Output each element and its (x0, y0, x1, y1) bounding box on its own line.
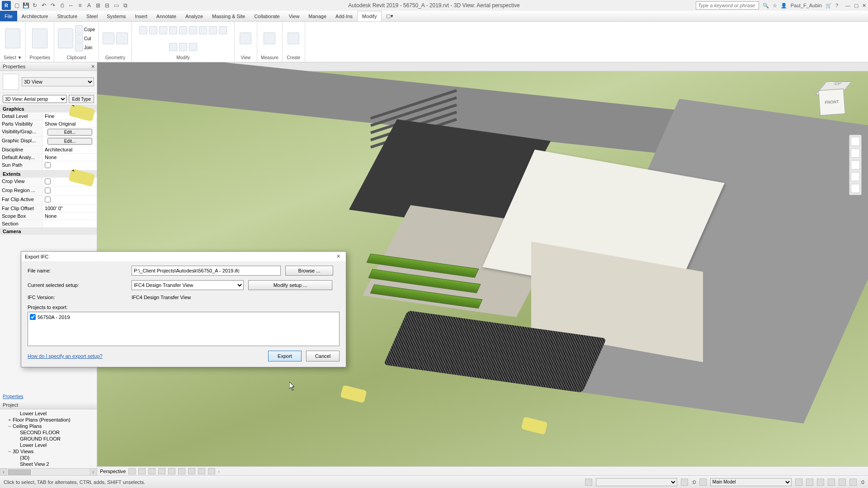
tab-steel[interactable]: Steel (82, 11, 102, 21)
setup-dropdown[interactable]: IFC4 Design Transfer View (132, 280, 244, 290)
measure-icon[interactable]: ↔ (67, 1, 75, 9)
filter-icon[interactable] (849, 479, 857, 486)
tree-node[interactable]: Lower Level (1, 442, 96, 448)
worksets-dropdown[interactable] (596, 478, 677, 486)
tree-node[interactable]: −Ceiling Plans (1, 423, 96, 429)
search-input[interactable] (696, 1, 759, 9)
user-name[interactable]: Paul_F_Aubin (791, 3, 822, 8)
signin-icon[interactable]: 👤 (781, 3, 787, 9)
close-icon[interactable]: ✕ (862, 3, 866, 9)
help-link[interactable]: How do I specify an export setup? (28, 353, 103, 359)
filename-input[interactable] (132, 266, 281, 276)
hide-icon[interactable] (188, 468, 195, 474)
tab-architecture[interactable]: Architecture (17, 11, 53, 21)
switch-icon[interactable]: ⧉ (121, 1, 129, 9)
project-browser-tree[interactable]: Lower Level +Floor Plans (Presentation) … (0, 409, 97, 468)
worksets-icon[interactable] (585, 479, 592, 486)
group-camera[interactable]: Camera (0, 228, 97, 235)
export-button[interactable]: Export (268, 351, 302, 361)
offset-icon[interactable] (209, 26, 217, 34)
orbit-icon[interactable] (851, 172, 860, 181)
cancel-button[interactable]: Cancel (306, 351, 340, 361)
designopt-icon[interactable] (699, 479, 707, 486)
group-graphics[interactable]: Graphics⌃ (0, 105, 97, 113)
tab-systems[interactable]: Systems (102, 11, 130, 21)
tab-massing[interactable]: Massing & Site (208, 11, 250, 21)
look-icon[interactable] (851, 184, 860, 193)
projects-list[interactable]: 56750A - 2019 (28, 312, 340, 346)
save-icon[interactable]: 💾 (22, 1, 30, 9)
mirror-icon[interactable] (199, 26, 207, 34)
modify-setup-button[interactable]: Modify setup ... (248, 280, 332, 290)
print-icon[interactable]: ⎙ (58, 1, 66, 9)
cut-icon[interactable] (75, 34, 83, 42)
tree-node[interactable]: +Floor Plans (Presentation) (1, 417, 96, 423)
tab-addins[interactable]: Add-Ins (331, 11, 357, 21)
wheel-icon[interactable] (851, 137, 860, 146)
align2-icon[interactable] (179, 43, 187, 51)
type-dropdown[interactable]: 3D View (22, 77, 94, 86)
panel-close-icon[interactable]: ✕ (91, 64, 95, 70)
select-links-icon[interactable] (795, 479, 802, 486)
scale-label[interactable]: Perspective (100, 469, 126, 474)
select-pinned-icon[interactable] (817, 479, 824, 486)
tab-view[interactable]: View (284, 11, 304, 21)
browse-button[interactable]: Browse ... (285, 266, 333, 276)
pan-icon[interactable] (851, 149, 860, 158)
tag-icon[interactable]: ⊟ (103, 1, 111, 9)
tree-node[interactable]: GROUND FLOOR (1, 436, 96, 442)
tree-node[interactable]: Sheet View 2 (1, 461, 96, 467)
tree-node[interactable]: −3D Views (1, 448, 96, 455)
type-selector[interactable]: 3D View (0, 71, 97, 93)
tab-structure[interactable]: Structure (52, 11, 82, 21)
copy-icon[interactable] (149, 26, 157, 34)
tree-node[interactable]: {3D} (1, 455, 96, 461)
paste-icon[interactable] (58, 28, 73, 48)
reveal-icon[interactable] (198, 468, 205, 474)
delete-icon[interactable] (189, 43, 197, 51)
sync-icon[interactable]: ↻ (31, 1, 39, 9)
join-icon[interactable] (75, 43, 83, 52)
tab-annotate[interactable]: Annotate (152, 11, 181, 21)
render-icon[interactable] (168, 468, 175, 474)
view-icon[interactable]: ▭ (112, 1, 120, 9)
dialog-close-icon[interactable]: ✕ (334, 253, 342, 259)
help-icon[interactable]: ? (835, 3, 838, 8)
browser-scrollbar[interactable]: ‹ › (0, 468, 97, 475)
minimize-icon[interactable]: — (845, 3, 850, 9)
select-underlay-icon[interactable] (806, 479, 813, 486)
rotate-icon[interactable] (159, 26, 167, 34)
crop-icon[interactable] (178, 468, 185, 474)
select-face-icon[interactable] (828, 479, 835, 486)
cope-icon[interactable] (75, 25, 83, 33)
create-icon[interactable] (288, 33, 299, 44)
shadows-icon[interactable] (158, 468, 165, 474)
model-dropdown[interactable]: Main Model (710, 478, 792, 486)
properties-help-link[interactable]: Properties (0, 392, 97, 401)
properties-icon[interactable] (32, 28, 47, 48)
star-icon[interactable]: ☆ (773, 3, 777, 9)
tab-manage[interactable]: Manage (304, 11, 331, 21)
editreq-icon[interactable] (681, 479, 688, 486)
constraints-icon[interactable] (208, 468, 215, 474)
dialog-title-bar[interactable]: Export IFC ✕ (21, 252, 346, 261)
project-item[interactable]: 56750A - 2019 (30, 314, 337, 320)
detail-icon[interactable] (128, 468, 136, 474)
geo2-icon[interactable] (116, 33, 128, 44)
viewpanel-icon[interactable] (240, 33, 251, 44)
tree-node[interactable]: SECOND FLOOR (1, 429, 96, 436)
tab-modify[interactable]: Modify (357, 11, 382, 21)
array-icon[interactable] (189, 26, 197, 34)
exchange-icon[interactable]: 🛒 (826, 3, 832, 9)
tab-insert[interactable]: Insert (130, 11, 152, 21)
tab-collaborate[interactable]: Collaborate (250, 11, 284, 21)
dim-icon[interactable]: ⊞ (94, 1, 102, 9)
group-extents[interactable]: Extents⌃ (0, 170, 97, 178)
infocenter-icon[interactable]: 🔍 (763, 3, 769, 9)
visual-style-icon[interactable] (138, 468, 146, 474)
sunpath-icon[interactable] (148, 468, 156, 474)
align-icon[interactable]: ≡ (76, 1, 84, 9)
view-cube[interactable]: TOP FRONT (811, 85, 852, 126)
undo-icon[interactable]: ↶ (40, 1, 48, 9)
tree-node[interactable]: Lower Level (1, 410, 96, 417)
